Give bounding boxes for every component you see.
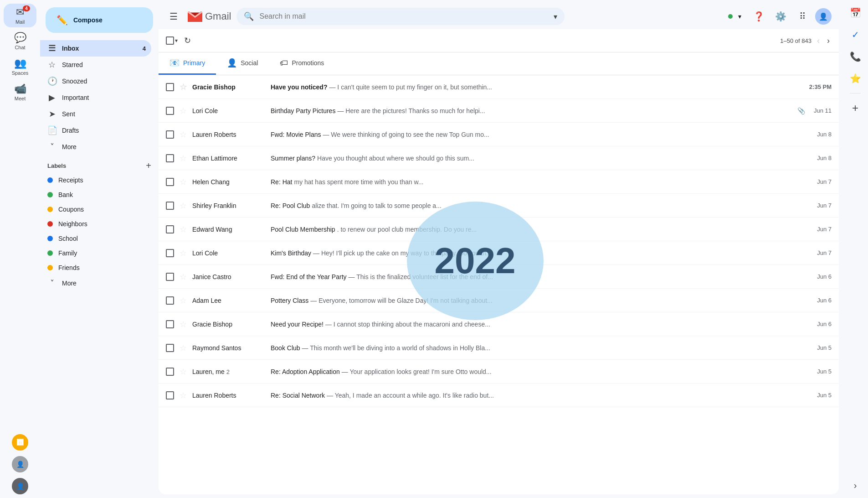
star-button[interactable]: ☆ <box>180 319 187 329</box>
email-row[interactable]: ☆ Helen Chang Re: Hat my hat has spent m… <box>159 170 839 194</box>
email-checkbox[interactable] <box>166 391 174 399</box>
search-dropdown-icon[interactable]: ▾ <box>554 12 557 21</box>
label-item-school[interactable]: School <box>40 231 151 246</box>
email-checkbox[interactable] <box>166 296 174 305</box>
compose-button[interactable]: ✏️ Compose <box>46 7 153 33</box>
star-button[interactable]: ☆ <box>180 201 187 211</box>
star-button[interactable]: ☆ <box>180 82 187 92</box>
email-row[interactable]: ☆ Gracie Bishop Need your Recipe! — I ca… <box>159 312 839 336</box>
settings-button[interactable]: ⚙️ <box>771 7 790 26</box>
email-checkbox[interactable] <box>166 130 174 139</box>
star-button[interactable]: ☆ <box>180 248 187 258</box>
search-input[interactable] <box>259 12 548 21</box>
compose-icon: ✏️ <box>56 15 68 26</box>
avatar-1[interactable]: 🅰 <box>12 434 28 451</box>
star-button[interactable]: ☆ <box>180 106 187 116</box>
email-row[interactable]: ☆ Lori Cole Birthday Party Pictures — He… <box>159 99 839 123</box>
email-checkbox[interactable] <box>166 344 174 352</box>
more-nav-item[interactable]: ˅ More <box>40 139 159 155</box>
nav-item-sent[interactable]: ➤ Sent <box>40 106 151 122</box>
rail-item-spaces[interactable]: 👥 Spaces <box>4 55 36 78</box>
star-button[interactable]: ☆ <box>180 367 187 377</box>
email-row[interactable]: ☆ Lauren Roberts Fwd: Movie Plans — We w… <box>159 123 839 146</box>
avatar-2[interactable]: 👤 <box>12 456 28 472</box>
right-rail-contacts[interactable]: 📞 <box>846 47 864 66</box>
status-button[interactable]: ▾ <box>724 10 746 23</box>
label-item-receipts[interactable]: Receipts <box>40 173 151 187</box>
apps-button[interactable]: ⠿ <box>793 7 812 26</box>
right-rail-calendar[interactable]: 📅 <box>846 4 864 22</box>
label-item-coupons[interactable]: Coupons <box>40 202 151 217</box>
star-button[interactable]: ☆ <box>180 224 187 234</box>
email-row[interactable]: ☆ Ethan Lattimore Summer plans? Have you… <box>159 146 839 170</box>
email-row[interactable]: ☆ Gracie Bishop Have you noticed? — I ca… <box>159 75 839 99</box>
star-button[interactable]: ☆ <box>180 153 187 163</box>
right-rail-keep[interactable]: ⭐ <box>846 69 864 88</box>
tab-label-promotions: Promotions <box>292 59 324 67</box>
help-button[interactable]: ❓ <box>750 7 768 26</box>
label-item-bank[interactable]: Bank <box>40 187 151 202</box>
tab-promotions[interactable]: 🏷 Promotions <box>269 52 335 75</box>
email-content: Pool Club Membership . to renew our pool… <box>271 226 803 233</box>
user-avatar[interactable]: 👤 <box>815 8 832 25</box>
rail-item-mail[interactable]: 4 ✉ Mail <box>4 4 36 27</box>
star-button[interactable]: ☆ <box>180 130 187 140</box>
star-button[interactable]: ☆ <box>180 296 187 306</box>
label-item-friends[interactable]: Friends <box>40 260 151 275</box>
email-row[interactable]: ☆ Edward Wang Pool Club Membership . to … <box>159 218 839 241</box>
email-meta: Jun 7 <box>809 226 832 233</box>
avatar-3[interactable]: 👤 <box>12 478 28 494</box>
refresh-button[interactable]: ↻ <box>181 33 194 48</box>
hamburger-button[interactable]: ☰ <box>166 7 181 26</box>
email-checkbox[interactable] <box>166 83 174 91</box>
email-meta: Jun 5 <box>809 344 832 351</box>
email-row[interactable]: ☆ Adam Lee Pottery Class — Everyone, tom… <box>159 289 839 312</box>
select-all-checkbox[interactable] <box>166 36 174 45</box>
email-checkbox[interactable] <box>166 178 174 186</box>
email-row[interactable]: ☆ Lauren, me 2 Re: Adoption Application … <box>159 360 839 384</box>
tab-primary[interactable]: 📧 Primary <box>159 52 216 75</box>
label-dot-receipts <box>47 177 53 183</box>
nav-item-important[interactable]: ▶ Important <box>40 89 151 106</box>
email-checkbox[interactable] <box>166 202 174 210</box>
email-checkbox[interactable] <box>166 368 174 376</box>
select-dropdown-chevron[interactable]: ▾ <box>175 37 178 44</box>
tab-social[interactable]: 👤 Social <box>216 52 269 75</box>
search-bar: 🔍 ▾ <box>236 8 565 25</box>
add-label-button[interactable]: + <box>146 161 151 171</box>
nav-item-snoozed[interactable]: 🕐 Snoozed <box>40 73 151 89</box>
rail-item-meet[interactable]: 📹 Meet <box>4 80 36 104</box>
email-row[interactable]: ☆ Janice Castro Fwd: End of the Year Par… <box>159 265 839 289</box>
email-row[interactable]: ☆ Lori Cole Kim's Birthday — Hey! I'll p… <box>159 241 839 265</box>
star-button[interactable]: ☆ <box>180 177 187 187</box>
email-row[interactable]: ☆ Shirley Franklin Re: Pool Club alize t… <box>159 194 839 218</box>
email-checkbox[interactable] <box>166 320 174 328</box>
label-item-family[interactable]: Family <box>40 246 151 260</box>
email-date: Jun 5 <box>809 344 832 351</box>
labels-more-item[interactable]: ˅ More <box>40 275 159 291</box>
email-subject: Have you noticed? <box>271 83 327 91</box>
expand-right-panel-button[interactable]: › <box>846 476 864 494</box>
nav-item-starred[interactable]: ☆ Starred <box>40 57 151 73</box>
label-item-neighbors[interactable]: Neighbors <box>40 217 151 231</box>
email-row[interactable]: ☆ Raymond Santos Book Club — This month … <box>159 336 839 360</box>
nav-item-drafts[interactable]: 📄 Drafts <box>40 122 151 139</box>
email-checkbox[interactable] <box>166 154 174 162</box>
star-button[interactable]: ☆ <box>180 343 187 353</box>
right-rail-add-button[interactable]: + <box>846 99 864 117</box>
nav-label-sent: Sent <box>62 110 146 118</box>
rail-item-chat[interactable]: 💬 Chat <box>4 29 36 53</box>
email-checkbox[interactable] <box>166 107 174 115</box>
next-page-button[interactable]: › <box>825 34 832 47</box>
star-button[interactable]: ☆ <box>180 390 187 400</box>
email-sender: Lori Cole <box>192 107 265 114</box>
select-all-area[interactable]: ▾ <box>166 36 178 45</box>
prev-page-button[interactable]: ‹ <box>815 34 822 47</box>
nav-item-inbox[interactable]: ☰ Inbox 4 <box>40 40 151 57</box>
email-checkbox[interactable] <box>166 249 174 257</box>
email-checkbox[interactable] <box>166 225 174 233</box>
right-rail-tasks[interactable]: ✓ <box>846 26 864 44</box>
star-button[interactable]: ☆ <box>180 272 187 282</box>
email-checkbox[interactable] <box>166 273 174 281</box>
email-row[interactable]: ☆ Lauren Roberts Re: Social Network — Ye… <box>159 384 839 407</box>
